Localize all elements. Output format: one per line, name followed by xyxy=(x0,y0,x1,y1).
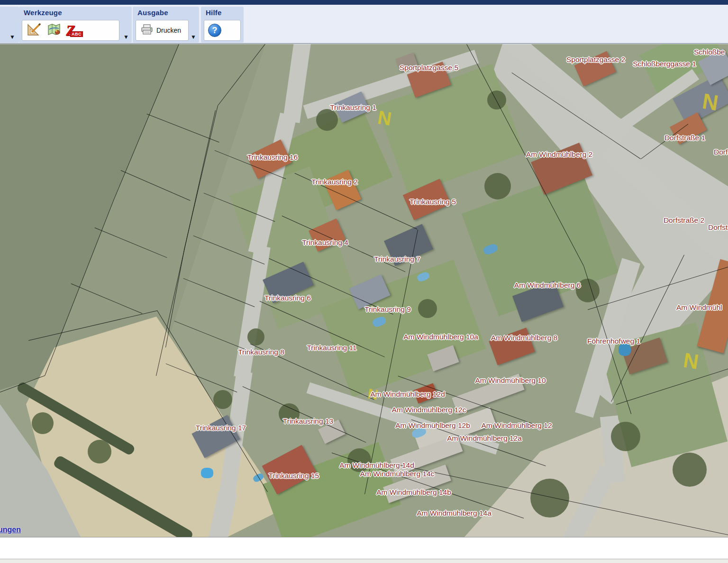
map-label: Dorfst xyxy=(708,223,728,232)
map-label: Am Windmühlberg 14c xyxy=(360,470,435,478)
map-label: Schloßberggasse 1 xyxy=(633,60,696,68)
window-top-strip xyxy=(0,0,728,5)
map-label: Föhrenhofweg 1 xyxy=(587,337,640,345)
tree xyxy=(247,328,264,345)
toolbar-group-partial-left: ▼ xyxy=(0,7,19,43)
overview-map-tool-button[interactable] xyxy=(46,22,62,38)
question-mark-icon: ? xyxy=(212,26,218,36)
group-title-werkzeuge: Werkzeuge xyxy=(19,7,132,18)
map-label: Trinkausring 17 xyxy=(196,424,246,432)
road xyxy=(234,245,270,379)
map-label: Trinkausring 6 xyxy=(264,294,311,302)
map-label: Trinkausring 8 xyxy=(238,348,284,356)
status-bar xyxy=(0,537,728,563)
map-label: Trinkausring 11 xyxy=(307,344,356,352)
tree xyxy=(88,440,111,463)
tree xyxy=(316,109,338,131)
group-title-hilfe: Hilfe xyxy=(201,7,244,18)
map-label: Sportplatzgasse 2 xyxy=(566,55,625,64)
parcel-line xyxy=(174,321,246,350)
chevron-down-icon[interactable]: ▼ xyxy=(9,34,15,40)
tree xyxy=(487,91,506,109)
toolbar-group-hilfe: Hilfe ? xyxy=(201,7,244,43)
map-label: Trinkausring 1 xyxy=(330,103,376,112)
map-label: Am Windmühlberg 12c xyxy=(392,406,466,414)
map-label: Trinkausring 2 xyxy=(311,178,358,186)
map-label: Am Windmühlberg 12 xyxy=(481,421,552,430)
map-label: Am Windmühlberg 12d xyxy=(370,390,445,399)
map-label: Trinkausring 5 xyxy=(410,198,456,206)
map-viewport[interactable]: NNNN Sportplatzgasse 5Sportplatzgasse 2S… xyxy=(0,44,728,537)
gis-application-window: ▼ Werkzeuge xyxy=(0,0,728,563)
map-label: Am Windmühl xyxy=(676,303,722,312)
chevron-down-icon[interactable]: ▼ xyxy=(123,34,129,40)
map-label: Dorfstraße 2 xyxy=(664,216,704,225)
bottom-left-link[interactable]: ungen xyxy=(0,526,21,534)
tree xyxy=(673,453,707,487)
toolbar-group-ausgabe: Ausgabe Drucken xyxy=(133,7,199,43)
print-button[interactable]: Drucken xyxy=(140,24,182,37)
printer-icon xyxy=(141,24,153,37)
measure-icon xyxy=(27,23,41,38)
swimming-pool xyxy=(201,468,213,478)
hilfe-panel: ? xyxy=(204,20,241,41)
toolbar: ▼ Werkzeuge xyxy=(0,5,728,44)
overview-map-icon xyxy=(47,23,61,38)
map-label: Trinkausring 4 xyxy=(302,238,348,247)
map-label: Am Windmühlberg 14d xyxy=(339,461,414,470)
toolbar-group-werkzeuge: Werkzeuge xyxy=(19,7,132,43)
watermark-n: N xyxy=(376,108,393,128)
ausgabe-panel: Drucken xyxy=(136,20,189,41)
map-label: Am Windmühlberg 14b xyxy=(376,488,451,497)
map-label: Trinkausring 16 xyxy=(247,153,298,162)
map-label: Trinkausring 15 xyxy=(269,472,319,480)
tree xyxy=(418,299,437,318)
print-button-label: Drucken xyxy=(156,27,181,34)
measure-tool-button[interactable] xyxy=(26,22,42,38)
watermark-n: N xyxy=(701,90,720,114)
map-label: Am Windmühlberg 8 xyxy=(491,334,557,342)
parcel-line xyxy=(183,278,255,307)
find-address-tool-button[interactable]: Z ABC xyxy=(66,22,82,38)
map-label: Sportplatzgasse 5 xyxy=(400,64,458,72)
map-label: Am Windmühlberg 12b xyxy=(395,421,470,430)
map-label: Am Windmühlberg 10 xyxy=(475,376,546,385)
map-label: Am Windmühlberg 12a xyxy=(447,434,522,443)
tree xyxy=(484,173,511,200)
map-label: Am Windmühlberg 14a xyxy=(417,509,491,518)
chevron-down-icon[interactable]: ▼ xyxy=(191,34,196,40)
map-label: Trinkausring 7 xyxy=(374,255,420,263)
map-label: Am Windmühlberg 2 xyxy=(526,150,592,159)
map-label: Dorfstraße 1 xyxy=(664,134,705,142)
map-label: Dorfs xyxy=(714,148,728,156)
tree xyxy=(611,422,640,451)
map-label: Am Windmühlberg 10a xyxy=(403,333,478,341)
map-label: Am Windmühlberg 6 xyxy=(514,281,581,290)
find-address-icon: Z ABC xyxy=(66,23,82,37)
tree xyxy=(530,479,569,518)
map-label: Schloßbe xyxy=(694,48,725,56)
watermark-n: N xyxy=(682,350,700,372)
tree xyxy=(32,412,54,434)
map-label: Trinkausring 13 xyxy=(283,417,333,426)
help-button[interactable]: ? xyxy=(208,24,221,37)
tree xyxy=(213,390,232,409)
map-label: Trinkausring 9 xyxy=(364,305,411,314)
werkzeuge-panel: Z ABC xyxy=(22,20,119,41)
status-bar-lower-strip xyxy=(0,559,728,563)
group-title-ausgabe: Ausgabe xyxy=(133,7,199,18)
